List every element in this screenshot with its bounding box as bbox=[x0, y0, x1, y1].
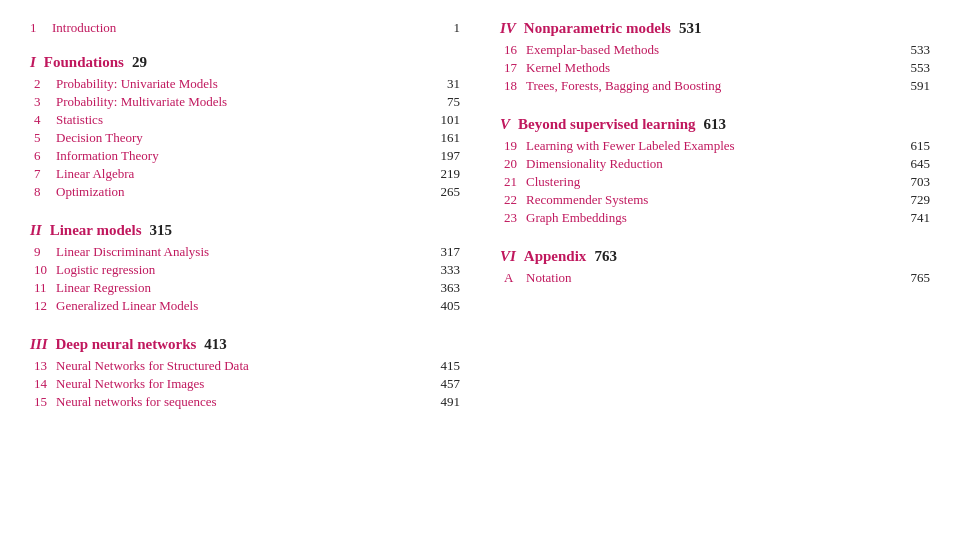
intro-row: 1 Introduction 1 bbox=[30, 20, 460, 36]
appendix-title[interactable]: Appendix bbox=[524, 248, 587, 265]
appendix-page: 763 bbox=[594, 248, 617, 265]
linear-title[interactable]: Linear models bbox=[50, 222, 142, 239]
deep-title[interactable]: Deep neural networks bbox=[56, 336, 197, 353]
table-row: 3 Probability: Multivariate Models 75 bbox=[30, 94, 460, 110]
table-row: 4 Statistics 101 bbox=[30, 112, 460, 128]
table-row: 7 Linear Algebra 219 bbox=[30, 166, 460, 182]
table-row: 8 Optimization 265 bbox=[30, 184, 460, 200]
roman-VI: VI bbox=[500, 248, 516, 265]
table-row: 18 Trees, Forests, Bagging and Boosting … bbox=[500, 78, 930, 94]
table-row: 16 Exemplar-based Methods 533 bbox=[500, 42, 930, 58]
section-beyond-header: V Beyond supervised learning 613 bbox=[500, 116, 930, 133]
linear-page: 315 bbox=[150, 222, 173, 239]
roman-III: III bbox=[30, 336, 48, 353]
section-beyond: V Beyond supervised learning 613 19 Lear… bbox=[500, 116, 930, 226]
table-row: 9 Linear Discriminant Analysis 317 bbox=[30, 244, 460, 260]
table-row: 15 Neural networks for sequences 491 bbox=[30, 394, 460, 410]
table-row: 5 Decision Theory 161 bbox=[30, 130, 460, 146]
table-row: 22 Recommender Systems 729 bbox=[500, 192, 930, 208]
table-row: 2 Probability: Univariate Models 31 bbox=[30, 76, 460, 92]
section-deep-neural: III Deep neural networks 413 13 Neural N… bbox=[30, 336, 460, 410]
intro-title[interactable]: Introduction bbox=[52, 20, 448, 36]
beyond-title[interactable]: Beyond supervised learning bbox=[518, 116, 696, 133]
section-nonparam-header: IV Nonparametric models 531 bbox=[500, 20, 930, 37]
table-row: 11 Linear Regression 363 bbox=[30, 280, 460, 296]
table-row: 23 Graph Embeddings 741 bbox=[500, 210, 930, 226]
intro-page: 1 bbox=[454, 20, 461, 36]
section-nonparametric: IV Nonparametric models 531 16 Exemplar-… bbox=[500, 20, 930, 94]
section-appendix: VI Appendix 763 A Notation 765 bbox=[500, 248, 930, 286]
section-deep-header: III Deep neural networks 413 bbox=[30, 336, 460, 353]
section-linear-header: II Linear models 315 bbox=[30, 222, 460, 239]
table-row: 20 Dimensionality Reduction 645 bbox=[500, 156, 930, 172]
right-column: IV Nonparametric models 531 16 Exemplar-… bbox=[480, 20, 930, 432]
beyond-page: 613 bbox=[704, 116, 727, 133]
foundations-page: 29 bbox=[132, 54, 147, 71]
section-linear-models: II Linear models 315 9 Linear Discrimina… bbox=[30, 222, 460, 314]
roman-IV: IV bbox=[500, 20, 516, 37]
table-row: 10 Logistic regression 333 bbox=[30, 262, 460, 278]
toc-container: 1 Introduction 1 I Foundations 29 2 Prob… bbox=[30, 20, 930, 432]
section-foundations-header: I Foundations 29 bbox=[30, 54, 460, 71]
table-row: 19 Learning with Fewer Labeled Examples … bbox=[500, 138, 930, 154]
roman-V: V bbox=[500, 116, 510, 133]
section-foundations: I Foundations 29 2 Probability: Univaria… bbox=[30, 54, 460, 200]
left-column: 1 Introduction 1 I Foundations 29 2 Prob… bbox=[30, 20, 480, 432]
nonparam-title[interactable]: Nonparametric models bbox=[524, 20, 671, 37]
table-row: 6 Information Theory 197 bbox=[30, 148, 460, 164]
roman-I: I bbox=[30, 54, 36, 71]
table-row: 21 Clustering 703 bbox=[500, 174, 930, 190]
deep-page: 413 bbox=[204, 336, 227, 353]
nonparam-page: 531 bbox=[679, 20, 702, 37]
section-appendix-header: VI Appendix 763 bbox=[500, 248, 930, 265]
table-row: 13 Neural Networks for Structured Data 4… bbox=[30, 358, 460, 374]
foundations-title[interactable]: Foundations bbox=[44, 54, 124, 71]
roman-II: II bbox=[30, 222, 42, 239]
table-row: 17 Kernel Methods 553 bbox=[500, 60, 930, 76]
table-row: 14 Neural Networks for Images 457 bbox=[30, 376, 460, 392]
intro-num: 1 bbox=[30, 20, 52, 36]
table-row: 12 Generalized Linear Models 405 bbox=[30, 298, 460, 314]
appendix-row: A Notation 765 bbox=[500, 270, 930, 286]
